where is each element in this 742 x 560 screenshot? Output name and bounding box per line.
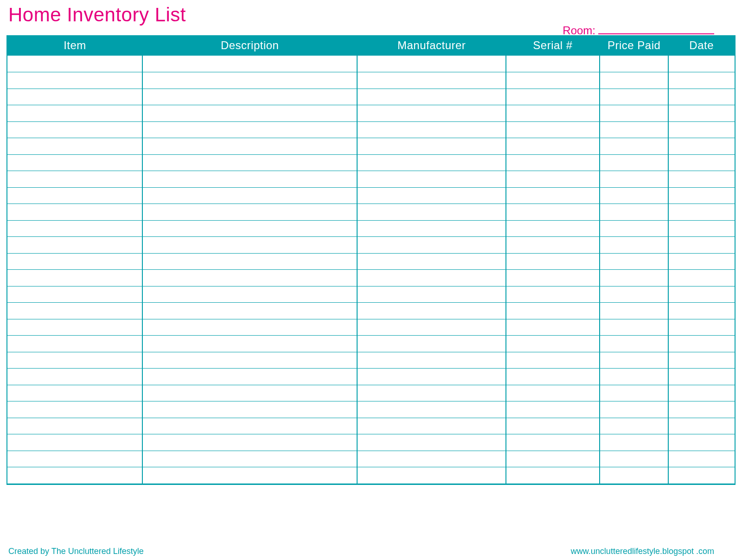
- table-cell: [142, 220, 357, 237]
- table-row: [7, 286, 735, 303]
- table-cell: [506, 270, 600, 286]
- table-cell: [506, 154, 600, 171]
- table-cell: [7, 385, 142, 401]
- table-cell: [668, 467, 735, 484]
- table-cell: [600, 434, 668, 451]
- table-cell: [357, 237, 506, 254]
- table-cell: [506, 72, 600, 89]
- table-cell: [7, 352, 142, 369]
- table-cell: [142, 303, 357, 319]
- table-cell: [668, 385, 735, 401]
- table-cell: [600, 237, 668, 254]
- table-cell: [506, 319, 600, 336]
- table-cell: [506, 171, 600, 188]
- col-header-item: Item: [7, 36, 142, 56]
- table-cell: [506, 187, 600, 204]
- table-row: [7, 352, 735, 369]
- table-cell: [357, 319, 506, 336]
- table-row: [7, 319, 735, 336]
- table-cell: [668, 171, 735, 188]
- table-row: [7, 121, 735, 138]
- footer-url: www.unclutteredlifestyle.blogspot .com: [571, 547, 714, 556]
- table-cell: [668, 319, 735, 336]
- table-cell: [668, 154, 735, 171]
- table-cell: [357, 286, 506, 303]
- table-row: [7, 253, 735, 270]
- table-cell: [7, 319, 142, 336]
- table-cell: [600, 105, 668, 122]
- table-cell: [357, 187, 506, 204]
- table-cell: [7, 369, 142, 385]
- table-row: [7, 105, 735, 122]
- table-cell: [7, 171, 142, 188]
- table-cell: [142, 467, 357, 484]
- table-cell: [668, 72, 735, 89]
- table-cell: [7, 105, 142, 122]
- table-cell: [600, 385, 668, 401]
- table-cell: [357, 154, 506, 171]
- table-cell: [357, 467, 506, 484]
- table-cell: [668, 105, 735, 122]
- table-cell: [506, 89, 600, 105]
- table-cell: [668, 303, 735, 319]
- table-cell: [600, 187, 668, 204]
- table-cell: [357, 220, 506, 237]
- table-cell: [142, 154, 357, 171]
- table-row: [7, 418, 735, 434]
- table-cell: [7, 56, 142, 72]
- table-cell: [142, 319, 357, 336]
- table-row: [7, 187, 735, 204]
- table-cell: [668, 418, 735, 434]
- table-cell: [506, 121, 600, 138]
- table-cell: [600, 154, 668, 171]
- table-cell: [600, 286, 668, 303]
- table-cell: [600, 121, 668, 138]
- col-header-date: Date: [668, 36, 735, 56]
- table-cell: [600, 319, 668, 336]
- table-cell: [357, 369, 506, 385]
- table-row: [7, 467, 735, 484]
- table-cell: [142, 105, 357, 122]
- table-cell: [600, 270, 668, 286]
- table-cell: [142, 352, 357, 369]
- table-cell: [668, 451, 735, 467]
- table-cell: [7, 253, 142, 270]
- table-cell: [357, 385, 506, 401]
- table-cell: [357, 204, 506, 221]
- table-cell: [7, 89, 142, 105]
- col-header-serial: Serial #: [506, 36, 600, 56]
- table-cell: [7, 467, 142, 484]
- table-row: [7, 154, 735, 171]
- table-cell: [668, 237, 735, 254]
- table-cell: [668, 253, 735, 270]
- table-cell: [7, 204, 142, 221]
- table-cell: [600, 89, 668, 105]
- table-cell: [357, 434, 506, 451]
- table-row: [7, 72, 735, 89]
- table-row: [7, 401, 735, 418]
- table-cell: [668, 369, 735, 385]
- table-cell: [506, 253, 600, 270]
- table-cell: [357, 270, 506, 286]
- table-body: [7, 56, 735, 484]
- inventory-table: Item Description Manufacturer Serial # P…: [7, 36, 735, 484]
- table-cell: [668, 220, 735, 237]
- table-cell: [600, 72, 668, 89]
- table-cell: [142, 336, 357, 352]
- table-cell: [142, 89, 357, 105]
- table-cell: [506, 467, 600, 484]
- table-cell: [506, 385, 600, 401]
- table-cell: [668, 286, 735, 303]
- table-cell: [668, 434, 735, 451]
- table-cell: [600, 336, 668, 352]
- table-cell: [142, 204, 357, 221]
- table-cell: [357, 72, 506, 89]
- col-header-description: Description: [142, 36, 357, 56]
- col-header-price: Price Paid: [600, 36, 668, 56]
- table-cell: [668, 56, 735, 72]
- table-cell: [600, 303, 668, 319]
- room-field: Room:: [563, 24, 714, 37]
- col-header-manufacturer: Manufacturer: [357, 36, 506, 56]
- table-cell: [7, 72, 142, 89]
- table-cell: [600, 467, 668, 484]
